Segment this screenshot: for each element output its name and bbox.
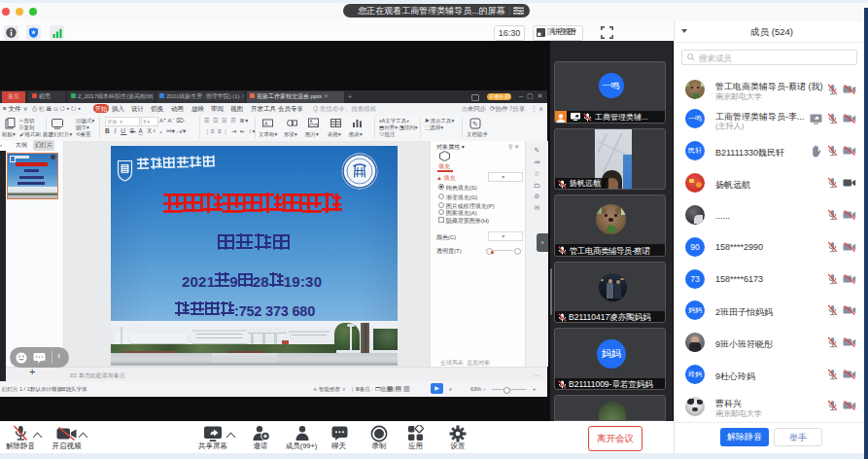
svg-text:✎: ✎ <box>472 121 478 127</box>
svg-text:A: A <box>264 120 268 125</box>
